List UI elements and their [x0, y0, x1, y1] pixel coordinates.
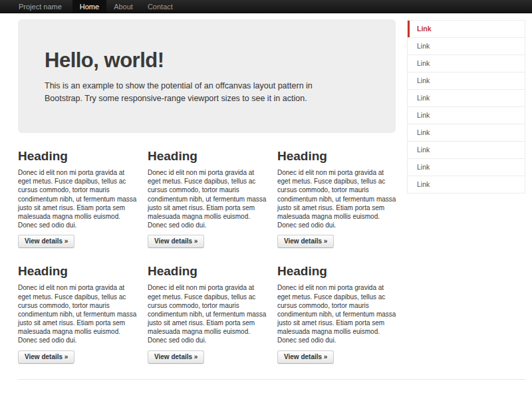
nav-item-about[interactable]: About: [106, 0, 140, 13]
card-body-text: Donec id elit non mi porta gravida at eg…: [277, 283, 397, 344]
view-details-button[interactable]: View details »: [18, 350, 74, 364]
card-body-text: Donec id elit non mi porta gravida at eg…: [18, 283, 138, 344]
top-navbar: Project name Home About Contact: [0, 0, 532, 13]
sidebar-link-1[interactable]: Link: [408, 20, 525, 37]
card: Heading Donec id elit non mi porta gravi…: [148, 145, 267, 248]
jumbotron: Hello, world! This is an example to show…: [18, 19, 396, 133]
card: Heading Donec id elit non mi porta gravi…: [18, 260, 138, 363]
nav-item-contact[interactable]: Contact: [140, 0, 180, 13]
card: Heading Donec id elit non mi porta gravi…: [18, 145, 138, 248]
content-column: Hello, world! This is an example to show…: [18, 19, 407, 364]
sidebar-link-3[interactable]: Link: [408, 55, 525, 72]
card-heading: Heading: [277, 149, 397, 164]
view-details-button[interactable]: View details »: [148, 235, 204, 248]
card-heading: Heading: [277, 264, 397, 279]
card-body-text: Donec id elit non mi porta gravida at eg…: [18, 168, 138, 229]
navbar-brand[interactable]: Project name: [0, 0, 72, 13]
sidebar-link-9[interactable]: Link: [408, 158, 525, 176]
card: Heading Donec id elit non mi porta gravi…: [277, 260, 397, 363]
sidebar-link-4[interactable]: Link: [408, 72, 525, 89]
card-row-1: Heading Donec id elit non mi porta gravi…: [18, 145, 407, 248]
view-details-button[interactable]: View details »: [277, 235, 334, 248]
sidebar-link-10[interactable]: Link: [408, 176, 525, 193]
card: Heading Donec id elit non mi porta gravi…: [277, 145, 397, 248]
view-details-button[interactable]: View details »: [277, 350, 334, 364]
card-heading: Heading: [148, 264, 267, 279]
view-details-button[interactable]: View details »: [18, 235, 74, 248]
card-heading: Heading: [148, 149, 267, 164]
card-body-text: Donec id elit non mi porta gravida at eg…: [277, 168, 397, 229]
page-title: Hello, world!: [45, 49, 369, 72]
view-details-button[interactable]: View details »: [148, 350, 204, 364]
page: Project name Home About Contact Hello, w…: [0, 0, 532, 399]
sidebar-link-2[interactable]: Link: [408, 37, 525, 55]
card-heading: Heading: [18, 149, 138, 164]
footer-divider: [18, 379, 525, 380]
sidebar-link-7[interactable]: Link: [408, 124, 525, 141]
sidebar-link-8[interactable]: Link: [408, 141, 525, 158]
sidebar-link-5[interactable]: Link: [408, 89, 525, 106]
card-body-text: Donec id elit non mi porta gravida at eg…: [148, 168, 267, 229]
main-container: Hello, world! This is an example to show…: [18, 19, 525, 364]
card-row-2: Heading Donec id elit non mi porta gravi…: [18, 260, 407, 363]
nav-item-home[interactable]: Home: [72, 0, 106, 13]
sidebar-nav: Link Link Link Link Link Link Link Link …: [407, 20, 525, 194]
card: Heading Donec id elit non mi porta gravi…: [148, 260, 267, 363]
card-body-text: Donec id elit non mi porta gravida at eg…: [148, 283, 267, 344]
sidebar-link-6[interactable]: Link: [408, 106, 525, 124]
sidebar-column: Link Link Link Link Link Link Link Link …: [407, 19, 525, 364]
card-heading: Heading: [18, 264, 138, 279]
jumbotron-description: This is an example to show the potential…: [45, 80, 345, 105]
